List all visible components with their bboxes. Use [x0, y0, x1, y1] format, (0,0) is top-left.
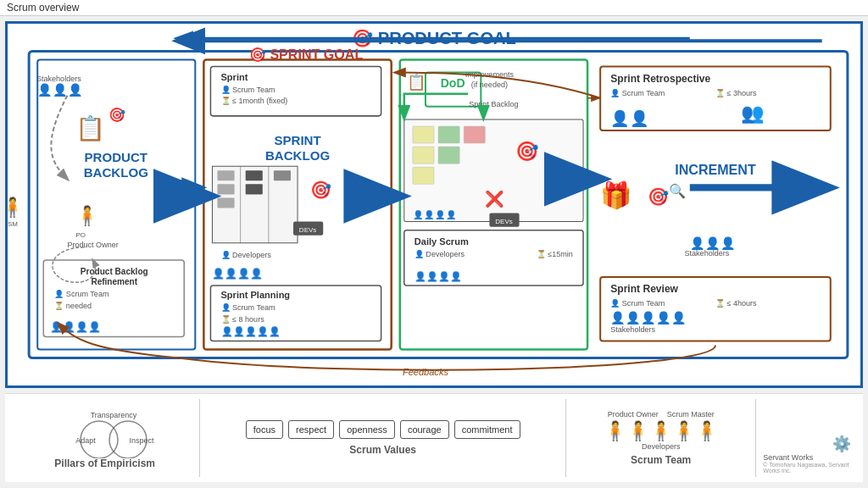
- title-bar: Scrum overview: [0, 0, 868, 16]
- svg-text:🧍: 🧍: [75, 204, 99, 227]
- svg-rect-33: [217, 184, 234, 194]
- diagram-area: 🎯 PRODUCT GOAL: [5, 21, 863, 388]
- svg-text:Daily Scrum: Daily Scrum: [415, 236, 469, 247]
- svg-text:👤 Scrum Team: 👤 Scrum Team: [610, 88, 665, 98]
- svg-text:DEVs: DEVs: [495, 218, 513, 225]
- svg-rect-34: [217, 197, 234, 208]
- svg-text:⏳ ≤ 1month (fixed): ⏳ ≤ 1month (fixed): [221, 96, 288, 106]
- developers-label: Developers: [642, 442, 681, 451]
- svg-text:⏳ ≤ 3hours: ⏳ ≤ 3hours: [715, 88, 757, 98]
- svg-text:Refinement: Refinement: [91, 277, 137, 286]
- value-commitment: commitment: [454, 420, 520, 439]
- svg-rect-35: [246, 170, 263, 180]
- main-content: 🎯 PRODUCT GOAL: [0, 16, 868, 485]
- svg-text:Adapt: Adapt: [75, 436, 96, 445]
- svg-rect-58: [413, 167, 434, 184]
- svg-text:Product Backlog: Product Backlog: [81, 267, 148, 276]
- svg-text:SPRINT: SPRINT: [274, 133, 321, 147]
- svg-text:🧍: 🧍: [8, 196, 25, 219]
- svg-text:⏳ needed: ⏳ needed: [54, 301, 92, 311]
- svg-text:Inspect: Inspect: [129, 436, 154, 445]
- svg-text:Sprint: Sprint: [221, 72, 248, 82]
- value-courage: courage: [400, 420, 449, 439]
- svg-text:📋: 📋: [407, 73, 426, 92]
- pillars-title: Pillars of Empiricism: [54, 458, 155, 469]
- product-owner-label: Product Owner: [608, 410, 659, 419]
- pillars-panel: Transparency Adapt Inspect Pillars of Em…: [10, 399, 200, 477]
- svg-text:PRODUCT: PRODUCT: [84, 150, 147, 164]
- svg-text:👤 Developers: 👤 Developers: [221, 250, 272, 260]
- svg-text:⏳ ≤ 8 hours: ⏳ ≤ 8 hours: [221, 314, 265, 324]
- svg-rect-61: [464, 126, 485, 143]
- team-panel: Product Owner Scrum Master 🧍🧍🧍🧍🧍 Develop…: [566, 399, 756, 477]
- team-label: Scrum Team: [631, 454, 691, 466]
- page-title: Scrum overview: [7, 2, 79, 14]
- team-persons: 🧍🧍🧍🧍🧍: [604, 420, 718, 442]
- svg-text:🔍: 🔍: [669, 183, 687, 199]
- svg-text:BACKLOG: BACKLOG: [265, 148, 330, 163]
- svg-rect-59: [438, 126, 459, 143]
- svg-text:🎯: 🎯: [108, 107, 126, 123]
- svg-text:Sprint Review: Sprint Review: [610, 283, 678, 295]
- svg-text:👤 Developers: 👤 Developers: [415, 249, 465, 259]
- svg-text:🎯: 🎯: [515, 140, 539, 163]
- svg-text:Stakeholders: Stakeholders: [36, 75, 81, 83]
- logo-icon: ⚙️: [763, 435, 851, 453]
- svg-text:👤 Scrum Team: 👤 Scrum Team: [610, 298, 665, 308]
- svg-text:👤👤👤👤👤: 👤👤👤👤👤: [610, 310, 687, 325]
- logo-panel: ⚙️ Servant Works © Tomoharu Nagasawa, Se…: [756, 399, 858, 477]
- svg-text:⏳ ≤ 4hours: ⏳ ≤ 4hours: [715, 298, 757, 308]
- svg-rect-37: [274, 170, 291, 180]
- svg-text:Stakeholders: Stakeholders: [610, 325, 655, 334]
- values-title: Scrum Values: [349, 444, 416, 456]
- copyright-text: © Tomoharu Nagasawa, Servant Works Inc.: [763, 462, 851, 474]
- svg-text:👤👤👤👤👤: 👤👤👤👤👤: [221, 325, 281, 337]
- svg-text:BACKLOG: BACKLOG: [84, 165, 148, 180]
- value-focus: focus: [246, 420, 283, 439]
- svg-rect-32: [217, 170, 234, 180]
- svg-text:Transparency: Transparency: [90, 411, 136, 419]
- svg-text:👤 Scrum Team: 👤 Scrum Team: [54, 289, 108, 299]
- svg-text:Stakeholders: Stakeholders: [685, 249, 730, 258]
- svg-text:👤👤👤👤: 👤👤👤👤: [212, 267, 264, 280]
- svg-text:PO: PO: [75, 231, 86, 239]
- svg-text:(if needed): (if needed): [471, 80, 508, 89]
- scrum-master-label: Scrum Master: [667, 410, 715, 419]
- svg-text:Feedbacks: Feedbacks: [403, 367, 449, 377]
- svg-rect-60: [438, 147, 459, 164]
- svg-text:❌: ❌: [485, 191, 504, 209]
- svg-text:Sprint Planning: Sprint Planning: [221, 290, 291, 300]
- values-row: focus respect openness courage commitmen…: [246, 420, 520, 439]
- svg-text:🎯: 🎯: [648, 186, 670, 207]
- bottom-section: Transparency Adapt Inspect Pillars of Em…: [5, 393, 863, 482]
- main-diagram: 🎯 PRODUCT GOAL: [8, 24, 860, 385]
- svg-text:👥: 👥: [741, 102, 765, 125]
- svg-text:SM: SM: [8, 220, 18, 228]
- values-panel: focus respect openness courage commitmen…: [200, 399, 566, 477]
- svg-text:👤 Scrum Team: 👤 Scrum Team: [221, 302, 275, 313]
- svg-text:DoD: DoD: [441, 76, 465, 90]
- svg-text:👤👤👤: 👤👤👤: [37, 82, 83, 97]
- svg-text:👤👤👤👤: 👤👤👤👤: [50, 320, 102, 333]
- value-respect: respect: [288, 420, 334, 439]
- svg-text:👤👤: 👤👤: [610, 109, 649, 128]
- svg-text:🎯 SPRINT GOAL: 🎯 SPRINT GOAL: [249, 47, 364, 63]
- svg-text:Product Owner: Product Owner: [67, 241, 118, 249]
- value-openness: openness: [339, 420, 395, 439]
- svg-text:👤👤👤: 👤👤👤: [690, 236, 736, 251]
- svg-text:👤 Scrum Team: 👤 Scrum Team: [221, 85, 275, 95]
- svg-text:DEVs: DEVs: [299, 226, 317, 234]
- svg-rect-56: [413, 126, 434, 143]
- svg-text:Sprint Retrospective: Sprint Retrospective: [610, 73, 710, 85]
- logo-text: Servant Works: [763, 453, 851, 462]
- venn-diagram: Transparency Adapt Inspect: [67, 408, 143, 454]
- svg-text:👤👤👤👤: 👤👤👤👤: [415, 270, 462, 282]
- svg-text:INCREMENT: INCREMENT: [675, 162, 756, 177]
- svg-text:🎯: 🎯: [310, 180, 332, 200]
- svg-rect-57: [413, 147, 434, 164]
- team-roles-row: Product Owner Scrum Master: [608, 410, 715, 419]
- svg-text:👤👤👤👤: 👤👤👤👤: [413, 209, 457, 220]
- svg-text:🎁: 🎁: [600, 181, 632, 212]
- svg-text:📋: 📋: [75, 114, 106, 142]
- svg-text:⏳ ≤15min: ⏳ ≤15min: [537, 249, 573, 259]
